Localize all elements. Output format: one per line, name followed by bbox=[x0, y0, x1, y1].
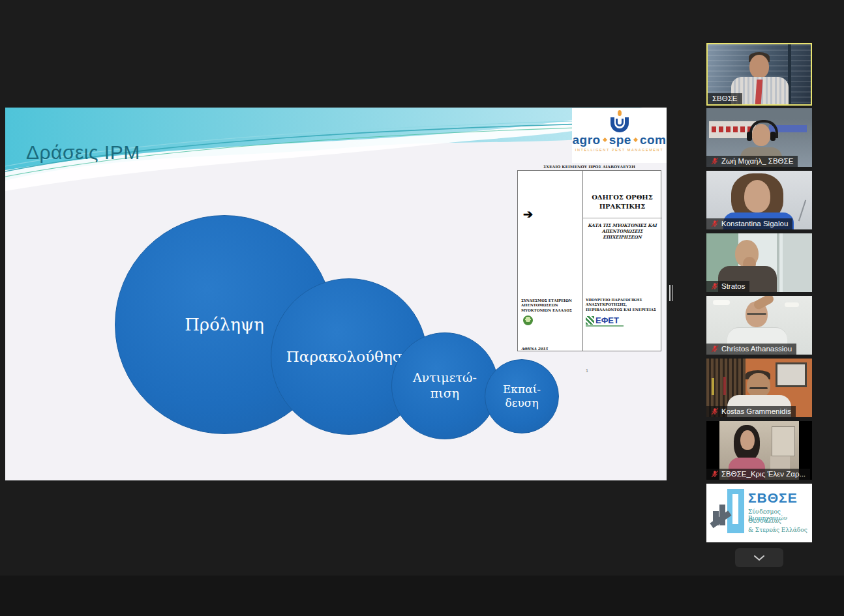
document-preview: ΣΧΕΔΙΟ ΚΕΙΜΕΝΟΥ ΠΡΟΣ ΔΙΑΒΟΥΛΕΥΣΗ ➔ ΟΔΗΓΟ… bbox=[517, 164, 661, 351]
agro-tagline: INTELLIGENT PEST MANAGEMENT bbox=[572, 148, 667, 152]
diamond-separator-icon bbox=[633, 138, 638, 142]
document-title: ΟΔΗΓΟΣ ΟΡΘΗΣ ΠΡΑΚΤΙΚΗΣ bbox=[586, 193, 659, 211]
participant-name-label: Ζωή Μιχαήλ_ ΣΒΘΣΕ bbox=[706, 156, 798, 167]
mic-muted-icon bbox=[711, 345, 719, 353]
participant-name-label: Konstantina Sigalou bbox=[706, 218, 792, 229]
document-footer: ΑΘΗΝΑ 2015 bbox=[521, 347, 548, 351]
document-column-divider bbox=[582, 171, 583, 351]
sbthse-logo-icon bbox=[712, 489, 746, 535]
agro-spe-com-logo: agrospecom INTELLIGENT PEST MANAGEMENT bbox=[572, 108, 667, 163]
picture-frame bbox=[776, 362, 807, 387]
silhouette-head bbox=[749, 55, 769, 78]
video-tile-sbthse-logo[interactable]: ΣΒΘΣΕ Σύνδεσμος Βιομηχανιών Θεσσαλίας & … bbox=[706, 484, 812, 542]
diamond-separator-icon bbox=[603, 138, 607, 142]
silhouette-head bbox=[740, 430, 755, 450]
participant-name-label: ΣΒΘΣΕ_Κρις Έλεν Ζαρ... bbox=[706, 469, 810, 480]
document-left-org: ΣΥΝΔΕΣΜΟΣ ΕΤΑΙΡΕΙΩΝ ΑΠΕΝΤΟΜΩΣΕΩΝ ΜΥΟΚΤΟΝ… bbox=[521, 299, 580, 313]
video-tile[interactable]: Kostas Grammenidis bbox=[706, 359, 812, 417]
video-tile[interactable]: Christos Athanassiou bbox=[706, 296, 812, 355]
circle-training: Εκπαί- δευση bbox=[485, 359, 559, 433]
participant-name-label: ΣΒΘΣΕ bbox=[708, 93, 742, 104]
arrow-icon: ➔ bbox=[523, 207, 533, 221]
document-cover: ➔ ΟΔΗΓΟΣ ΟΡΘΗΣ ΠΡΑΚΤΙΚΗΣ ΚΑΤΑ ΤΙΣ ΜΥΟΚΤΟ… bbox=[517, 170, 661, 351]
video-tile[interactable]: Konstantina Sigalou bbox=[706, 171, 812, 229]
mic-muted-icon bbox=[711, 282, 719, 290]
silhouette-head bbox=[744, 180, 770, 213]
efet-logo: ΕΦΕΤ bbox=[586, 315, 619, 325]
agro-flame-icon bbox=[607, 110, 633, 134]
panel-resize-handle[interactable] bbox=[669, 285, 674, 301]
video-tile[interactable]: Ζωή Μιχαήλ_ ΣΒΘΣΕ bbox=[706, 108, 812, 167]
video-tile[interactable]: Stratos bbox=[706, 233, 812, 292]
document-subtitle: ΚΑΤΑ ΤΙΣ ΜΥΟΚΤΟΝΙΕΣ ΚΑΙ ΑΠΕΝΤΟΜΩΣΕΙΣ ΕΠΙ… bbox=[585, 223, 659, 241]
silhouette-head bbox=[752, 124, 770, 146]
video-tile[interactable]: ΣΒΘΣΕ_Κρις Έλεν Ζαρ... bbox=[706, 421, 812, 480]
glasses bbox=[747, 313, 766, 315]
collapse-panel-button[interactable] bbox=[735, 548, 783, 567]
efet-logo-icon bbox=[586, 316, 594, 325]
slide-page-number: 1 bbox=[586, 368, 588, 373]
slide-title: Δράσεις IPM bbox=[26, 141, 140, 164]
document-title-rule bbox=[583, 218, 662, 218]
meeting-toolbar: Unmute Stop Video Security 68 Participan… bbox=[0, 576, 844, 616]
seame-logo-icon bbox=[523, 315, 533, 325]
shared-screen-slide: Δράσεις IPM Πρόληψη Παρακολούθηση Αντιμε… bbox=[5, 108, 667, 480]
participant-name-label: Christos Athanassiou bbox=[706, 344, 796, 355]
sbthse-logo-title: ΣΒΘΣΕ bbox=[748, 490, 798, 506]
video-tile-active-speaker[interactable]: ΣΒΘΣΕ bbox=[706, 43, 812, 106]
efet-logo-underline bbox=[586, 325, 624, 327]
mic-muted-icon bbox=[711, 470, 719, 478]
circle-response: Αντιμετώ- πιση bbox=[391, 332, 498, 439]
glasses bbox=[749, 387, 768, 389]
mic-muted-icon bbox=[711, 407, 719, 415]
document-right-org: ΥΠΟΥΡΓΕΙΟ ΠΑΡΑΓΩΓΙΚΗΣ ΑΝΑΣΥΓΚΡΟΤΗΣΗΣ, ΠΕ… bbox=[586, 298, 659, 312]
participant-name-label: Stratos bbox=[706, 281, 749, 292]
mic-muted-icon bbox=[711, 157, 719, 165]
document-header: ΣΧΕΔΙΟ ΚΕΙΜΕΝΟΥ ΠΡΟΣ ΔΙΑΒΟΥΛΕΥΣΗ bbox=[517, 164, 661, 169]
silhouette-head bbox=[747, 373, 770, 398]
chevron-down-icon bbox=[753, 555, 765, 561]
agro-wordmark: agrospecom bbox=[572, 134, 667, 146]
participant-name-label: Kostas Grammenidis bbox=[706, 406, 796, 417]
office-equipment bbox=[772, 426, 795, 456]
mic-muted-icon bbox=[711, 220, 719, 227]
